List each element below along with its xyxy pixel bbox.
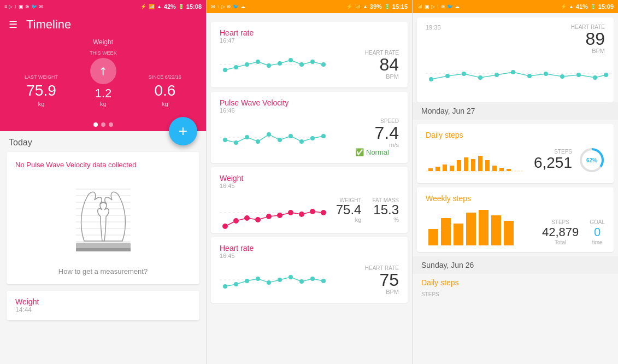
dot-3[interactable] (109, 122, 113, 127)
weekly-body: STEPS 42,879 Total GOAL 0 time (426, 207, 605, 245)
battery-pct-2: 39% (370, 3, 382, 10)
last-weight-value: 75.9 (25, 82, 58, 99)
twitter-icon-2: 🐦 (233, 4, 239, 9)
svg-point-31 (310, 136, 315, 140)
weight-metric-title: Weight (220, 174, 399, 183)
hamburger-icon[interactable]: ☰ (9, 19, 17, 31)
weekly-steps-label: STEPS (542, 219, 579, 225)
svg-point-39 (278, 213, 282, 218)
svg-point-34 (223, 224, 227, 228)
svg-rect-84 (441, 218, 451, 245)
since-label: SINCE 6/22/16 (149, 74, 181, 80)
svg-rect-72 (450, 166, 454, 171)
fat-value: 15.3 (372, 203, 399, 216)
weight-stats: LAST WEIGHT 75.9 kg THIS WEEK ↗ 1.2 kg S… (9, 50, 197, 107)
svg-point-49 (267, 280, 271, 285)
pwv-time: 16:46 (220, 107, 399, 114)
cloud-icon-2: ☁ (240, 4, 245, 9)
weight-sub-unit: kg (336, 216, 362, 223)
weight-section: Weight LAST WEIGHT 75.9 kg THIS WEEK ↗ 1… (0, 32, 206, 120)
steps-count: STEPS 6,251 (534, 149, 572, 172)
battery-pct-1: 42% (164, 3, 176, 10)
hr2-value: 75 (355, 271, 399, 289)
statusbar-3: 📶 ▣ ▷ ↑ ⊗ 🐦 ☁ ⚡ ▲ 41% 🔋 15:09 (413, 0, 618, 13)
weight-entry-time: 14:44 (15, 306, 191, 314)
weight-sub-values: WEIGHT 75.4 kg FAT MASS 15.3 % (336, 197, 399, 223)
weight-entry-title: Weight (15, 297, 191, 306)
svg-rect-73 (457, 160, 461, 171)
svg-point-46 (234, 282, 238, 286)
svg-point-45 (223, 284, 227, 289)
svg-rect-88 (491, 215, 501, 245)
svg-point-53 (310, 277, 315, 281)
svg-point-24 (234, 140, 238, 145)
bluetooth-icon-2: ⚡ (346, 4, 352, 9)
circle-progress: 62% (579, 147, 605, 173)
upload-icon: ↑ (14, 4, 17, 9)
menu-icon: ≡ (4, 4, 7, 9)
svg-point-57 (445, 74, 450, 78)
statusbar-2: ✉ ↑ ▷ ⊗ 🐦 ☁ ⚡ 📶 ▲ 39% 🔋 15:15 (207, 0, 412, 13)
pwv-body: SPEED 7.4 m/s ✅ Normal (220, 118, 399, 156)
svg-point-63 (544, 72, 548, 76)
photo-icon: ▣ (19, 4, 23, 9)
panel-metrics: ✉ ↑ ▷ ⊗ 🐦 ☁ ⚡ 📶 ▲ 39% 🔋 15:15 Heart rate… (206, 0, 412, 364)
metrics-scroll[interactable]: Heart rate 16:47 (207, 13, 412, 364)
svg-point-20 (310, 60, 315, 64)
pwv-title: Pulse Wave Velocity (220, 98, 399, 107)
svg-point-21 (321, 62, 326, 67)
dot-1[interactable] (93, 122, 98, 127)
pwv-chart (220, 121, 349, 154)
battery-icon-1: 🔋 (178, 4, 184, 9)
svg-point-32 (321, 134, 326, 138)
bluetooth-icon: ⚡ (140, 4, 146, 9)
sunday-header: Sunday, Jun 26 (413, 256, 618, 274)
app-header-1: ☰ Timeline (0, 13, 206, 32)
monday-header: Monday, Jun 27 (413, 102, 618, 120)
svg-point-38 (267, 214, 271, 219)
wifi-icon: 📶 (149, 4, 155, 9)
weekly-steps-card: Weekly steps STEPS (417, 187, 614, 252)
svg-point-27 (267, 132, 271, 137)
hr-top-value: 89 (571, 30, 605, 48)
play-icon: ▷ (9, 4, 13, 9)
weight-metric-card: Weight 16:45 (211, 167, 408, 233)
svg-rect-71 (443, 165, 447, 171)
statusbar-right-2: ⚡ 📶 ▲ 39% 🔋 15:15 (346, 3, 408, 10)
statusbar-right-1: ⚡ 📶 ▲ 42% 🔋 15:08 (140, 3, 202, 10)
weekly-goal-stat: GOAL 0 time (590, 219, 605, 245)
since-value: 0.6 (149, 82, 181, 99)
no-pwv-message: No Pulse Wave Velocity data collected (15, 161, 191, 169)
feet-diagram (60, 175, 147, 263)
steps-value: 6,251 (534, 155, 572, 172)
weight-section-label: Weight (9, 38, 197, 46)
svg-point-23 (223, 138, 227, 142)
since-unit: kg (149, 101, 181, 107)
svg-point-15 (256, 60, 260, 64)
this-week-value: 1.2 (95, 86, 112, 101)
statusbar-icons-left: ≡ ▷ ↑ ▣ ⊗ 🐦 ✉ (4, 4, 43, 9)
weight-entry-card: Weight 14:44 (7, 291, 199, 320)
normal-text: Normal (366, 148, 389, 156)
svg-point-12 (223, 68, 227, 72)
weight-metric-time: 16:45 (220, 183, 399, 189)
time-2: 15:15 (392, 3, 408, 10)
how-to-text[interactable]: How to get a measurement? (15, 267, 191, 275)
dot-2[interactable] (101, 122, 105, 127)
statusbar-right-3: ⚡ ▲ 41% 🔋 15:09 (561, 3, 614, 10)
add-button[interactable]: + (169, 117, 197, 145)
steps-scroll[interactable]: 19:35 HEART RATE 89 BPM (413, 13, 618, 364)
x-icon-2: ⊗ (227, 4, 231, 9)
svg-point-25 (245, 135, 249, 139)
weekly-goal-value: 0 (590, 225, 605, 239)
weekly-steps-sub: Total (542, 239, 579, 245)
bluetooth-icon-3: ⚡ (561, 4, 567, 9)
app-title: Timeline (26, 17, 71, 32)
svg-rect-78 (492, 166, 497, 171)
this-week-unit: kg (100, 101, 107, 107)
last-weight-label: LAST WEIGHT (25, 74, 58, 80)
hr2-body: HEART RATE 75 BPM (220, 263, 399, 296)
up-arrow-icon: ↗ (95, 63, 111, 79)
svg-point-26 (256, 139, 260, 144)
pwv-card: No Pulse Wave Velocity data collected (7, 152, 199, 284)
